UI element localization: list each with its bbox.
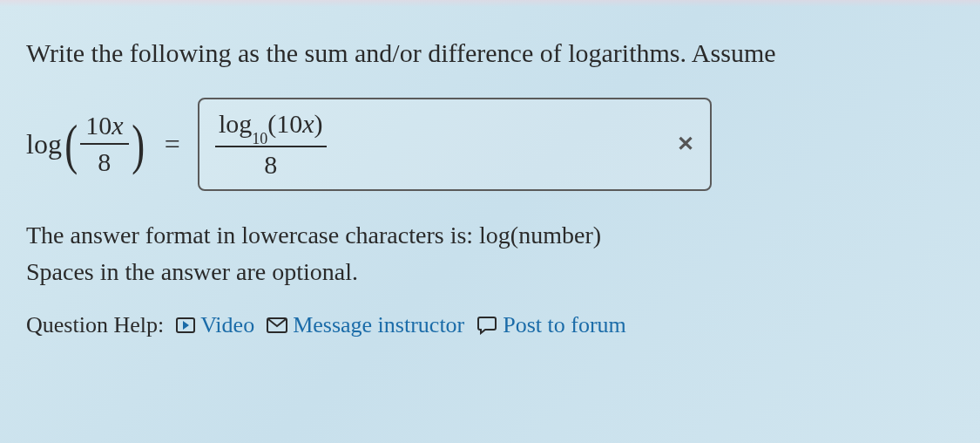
hint-line-2: Spaces in the answer are optional. <box>26 254 954 290</box>
paren-group: ( 10x 8 ) <box>62 110 147 178</box>
lhs-numerator: 10x <box>80 110 128 143</box>
post-forum-link[interactable]: Post to forum <box>476 312 626 338</box>
equation-row: log ( 10x 8 ) = log10(10x) 8 ✕ <box>26 98 954 191</box>
help-label: Question Help: <box>26 312 164 338</box>
lhs-fraction: 10x 8 <box>80 110 128 178</box>
video-link-label: Video <box>200 312 254 338</box>
mail-icon <box>267 317 287 333</box>
answer-arg-close: ) <box>314 109 323 138</box>
left-paren: ( <box>64 122 78 167</box>
message-instructor-link[interactable]: Message instructor <box>267 312 464 338</box>
answer-arg-var: x <box>302 109 314 138</box>
lhs-num-var: x <box>112 111 123 140</box>
video-icon <box>176 317 195 333</box>
answer-content: log10(10x) 8 <box>215 108 327 181</box>
lhs-num-coeff: 10 <box>85 111 112 140</box>
help-row: Question Help: Video Message instructor … <box>26 312 954 338</box>
log-label: log <box>26 128 62 160</box>
answer-input[interactable]: log10(10x) 8 ✕ <box>198 98 712 191</box>
hint-line-1: The answer format in lowercase character… <box>26 217 954 254</box>
question-prompt: Write the following as the sum and/or di… <box>26 35 954 72</box>
answer-log-label: log <box>219 109 252 138</box>
answer-fraction: log10(10x) 8 <box>215 108 327 181</box>
answer-arg-open: ( <box>267 109 276 138</box>
forum-link-label: Post to forum <box>503 312 626 338</box>
message-link-label: Message instructor <box>293 312 464 338</box>
equals-sign: = <box>165 128 180 160</box>
video-link[interactable]: Video <box>176 312 254 338</box>
lhs-expression: log ( 10x 8 ) <box>26 110 147 178</box>
hint-text: The answer format in lowercase character… <box>26 217 954 290</box>
answer-numerator: log10(10x) <box>215 108 327 146</box>
lhs-denominator: 8 <box>80 143 128 178</box>
answer-log-base: 10 <box>252 130 267 147</box>
right-paren: ) <box>132 122 145 167</box>
clear-answer-icon[interactable]: ✕ <box>677 132 694 156</box>
answer-denominator: 8 <box>215 146 327 181</box>
answer-arg-coeff: 10 <box>276 109 302 138</box>
chat-icon <box>476 316 497 335</box>
